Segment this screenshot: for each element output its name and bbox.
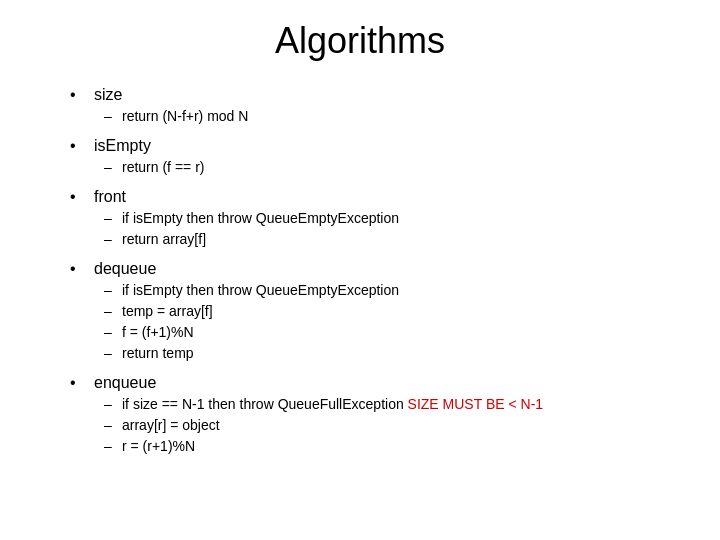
bullet-dot-size: • [70, 86, 84, 104]
page-title: Algorithms [50, 20, 670, 62]
list-item: – r = (r+1)%N [104, 436, 670, 457]
dash-icon: – [104, 229, 114, 250]
enqueue-subitems: – if size == N-1 then throw QueueFullExc… [104, 394, 670, 457]
list-item: – temp = array[f] [104, 301, 670, 322]
dash-icon: – [104, 106, 114, 127]
enqueue-subitem-0: if size == N-1 then throw QueueFullExcep… [122, 394, 543, 415]
section-isEmpty: • isEmpty – return (f == r) [70, 137, 670, 178]
page: Algorithms • size – return (N-f+r) mod N… [0, 0, 720, 540]
bullet-size-header: • size [70, 86, 670, 104]
bullet-dequeue-label: dequeue [94, 260, 156, 278]
enqueue-highlight: SIZE MUST BE < N-1 [408, 396, 544, 412]
list-item: – if size == N-1 then throw QueueFullExc… [104, 394, 670, 415]
dequeue-subitems: – if isEmpty then throw QueueEmptyExcept… [104, 280, 670, 364]
size-subitems: – return (N-f+r) mod N [104, 106, 670, 127]
dequeue-subitem-1: temp = array[f] [122, 301, 213, 322]
dequeue-subitem-0: if isEmpty then throw QueueEmptyExceptio… [122, 280, 399, 301]
dash-icon: – [104, 322, 114, 343]
dash-icon: – [104, 343, 114, 364]
front-subitems: – if isEmpty then throw QueueEmptyExcept… [104, 208, 670, 250]
dequeue-subitem-2: f = (f+1)%N [122, 322, 194, 343]
bullet-dot-isEmpty: • [70, 137, 84, 155]
bullet-isEmpty-label: isEmpty [94, 137, 151, 155]
bullet-enqueue-label: enqueue [94, 374, 156, 392]
list-item: – array[r] = object [104, 415, 670, 436]
front-subitem-1: return array[f] [122, 229, 206, 250]
bullet-dot-enqueue: • [70, 374, 84, 392]
bullet-dot-front: • [70, 188, 84, 206]
list-item: – if isEmpty then throw QueueEmptyExcept… [104, 280, 670, 301]
list-item: – return array[f] [104, 229, 670, 250]
dash-icon: – [104, 157, 114, 178]
dash-icon: – [104, 280, 114, 301]
bullet-front-label: front [94, 188, 126, 206]
list-item: – return (f == r) [104, 157, 670, 178]
enqueue-subitem-1: array[r] = object [122, 415, 220, 436]
content-area: • size – return (N-f+r) mod N • isEmpty … [50, 86, 670, 520]
dash-icon: – [104, 436, 114, 457]
isEmpty-subitem-0: return (f == r) [122, 157, 204, 178]
dash-icon: – [104, 415, 114, 436]
dash-icon: – [104, 208, 114, 229]
bullet-isEmpty-header: • isEmpty [70, 137, 670, 155]
size-subitem-0: return (N-f+r) mod N [122, 106, 248, 127]
section-enqueue: • enqueue – if size == N-1 then throw Qu… [70, 374, 670, 457]
list-item: – f = (f+1)%N [104, 322, 670, 343]
section-front: • front – if isEmpty then throw QueueEmp… [70, 188, 670, 250]
list-item: – return temp [104, 343, 670, 364]
dash-icon: – [104, 394, 114, 415]
list-item: – if isEmpty then throw QueueEmptyExcept… [104, 208, 670, 229]
isEmpty-subitems: – return (f == r) [104, 157, 670, 178]
bullet-front-header: • front [70, 188, 670, 206]
enqueue-subitem-2: r = (r+1)%N [122, 436, 195, 457]
dequeue-subitem-3: return temp [122, 343, 194, 364]
list-item: – return (N-f+r) mod N [104, 106, 670, 127]
bullet-dequeue-header: • dequeue [70, 260, 670, 278]
bullet-dot-dequeue: • [70, 260, 84, 278]
dash-icon: – [104, 301, 114, 322]
bullet-size-label: size [94, 86, 122, 104]
bullet-enqueue-header: • enqueue [70, 374, 670, 392]
section-dequeue: • dequeue – if isEmpty then throw QueueE… [70, 260, 670, 364]
front-subitem-0: if isEmpty then throw QueueEmptyExceptio… [122, 208, 399, 229]
section-size: • size – return (N-f+r) mod N [70, 86, 670, 127]
